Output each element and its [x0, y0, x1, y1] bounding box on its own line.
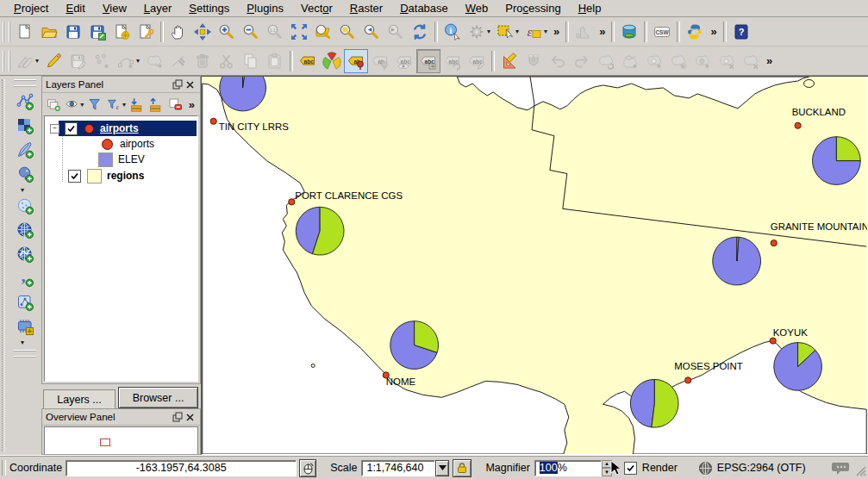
- toolbar-overflow-button[interactable]: »: [185, 98, 198, 111]
- menu-processing[interactable]: Processing: [496, 1, 569, 16]
- open-project-button[interactable]: [37, 20, 61, 44]
- pan-to-selection-button[interactable]: [190, 20, 215, 44]
- message-log-icon[interactable]: [832, 461, 850, 475]
- add-group-button[interactable]: [44, 95, 63, 115]
- menu-edit[interactable]: Edit: [57, 1, 93, 16]
- toggle-editing-button[interactable]: [41, 49, 66, 73]
- menu-project[interactable]: Project: [5, 1, 57, 16]
- scale-dropdown-button[interactable]: [435, 460, 449, 476]
- layer-tree[interactable]: − airports airports ELEV regions: [44, 115, 198, 382]
- new-memory-layer-button[interactable]: [12, 314, 38, 339]
- toolbar-handle[interactable]: [14, 79, 36, 87]
- crs-status[interactable]: EPSG:2964 (OTF): [717, 462, 806, 474]
- tab-browser[interactable]: Browser ...: [118, 387, 198, 408]
- pin-unpin-labels-button[interactable]: ab: [344, 49, 368, 73]
- filter-legend-button[interactable]: [86, 95, 105, 115]
- zoom-to-layer-button[interactable]: [311, 20, 335, 44]
- coordinate-input[interactable]: -163.1957,64.3085: [66, 460, 297, 476]
- lock-scale-button[interactable]: [453, 459, 471, 477]
- zoom-out-button[interactable]: [239, 20, 263, 44]
- toggle-extents-mouse-position-button[interactable]: [299, 459, 316, 477]
- help-contents-button[interactable]: ?: [729, 20, 753, 44]
- crs-globe-icon[interactable]: [698, 461, 713, 476]
- layer-row-regions[interactable]: regions: [45, 168, 197, 184]
- overview-map[interactable]: [44, 426, 198, 454]
- add-delimited-text-layer-button[interactable]: ,: [12, 266, 38, 290]
- menu-help[interactable]: Help: [570, 1, 610, 16]
- new-memory-layer-dropdown-icon[interactable]: ▾: [21, 339, 27, 346]
- layer-visibility-checkbox[interactable]: [65, 122, 78, 135]
- toolbar-overflow-button[interactable]: »: [707, 25, 720, 38]
- toolbar-overflow-button[interactable]: »: [596, 25, 609, 38]
- zoom-last-button[interactable]: [359, 20, 384, 44]
- float-panel-icon[interactable]: [171, 78, 184, 90]
- remove-layer-button[interactable]: [166, 95, 185, 115]
- toolbar-handle[interactable]: [3, 22, 10, 42]
- metasearch-csw-button[interactable]: CSW: [650, 20, 674, 44]
- resize-grip[interactable]: [855, 465, 867, 477]
- zoom-full-button[interactable]: [287, 20, 311, 44]
- new-print-composer-button[interactable]: [109, 20, 134, 44]
- manage-layer-visibility-button[interactable]: [63, 95, 82, 115]
- layer-diagram-options-button[interactable]: [320, 49, 344, 73]
- layer-row-airports[interactable]: − airports: [45, 121, 197, 136]
- magnifier-spinbox[interactable]: 100 %: [534, 460, 602, 476]
- overview-extent-rectangle[interactable]: [100, 439, 110, 446]
- save-project-button[interactable]: [61, 20, 85, 44]
- node-tool-button: [166, 49, 190, 73]
- add-mssql-layer-button[interactable]: [12, 194, 38, 218]
- python-console-button[interactable]: [683, 20, 707, 44]
- new-project-button[interactable]: [13, 20, 37, 44]
- toolbar-handle[interactable]: [14, 350, 36, 358]
- menu-view[interactable]: View: [94, 1, 135, 16]
- collapse-all-button[interactable]: [147, 95, 166, 115]
- menu-settings[interactable]: Settings: [180, 1, 238, 16]
- menu-plugins[interactable]: Plugins: [238, 1, 292, 16]
- composer-manager-button[interactable]: [134, 20, 158, 44]
- close-panel-icon[interactable]: [184, 411, 197, 423]
- save-project-as-button[interactable]: [85, 20, 109, 44]
- menu-web[interactable]: Web: [457, 1, 497, 16]
- add-wfs-layer-button[interactable]: [12, 242, 38, 266]
- toolbar-overflow-button[interactable]: »: [550, 25, 563, 38]
- legend-row-airports-symbol[interactable]: airports: [45, 136, 197, 152]
- map-canvas[interactable]: TIN CITY LRRSPORT CLARENCE CGSBUCKLANDGR…: [201, 76, 868, 455]
- menu-vector[interactable]: Vector: [292, 1, 341, 16]
- zoom-to-selection-button[interactable]: [335, 20, 359, 44]
- refresh-map-button[interactable]: [408, 20, 432, 44]
- identify-features-button[interactable]: i: [440, 20, 465, 44]
- collapse-expander-icon[interactable]: −: [50, 124, 59, 134]
- scale-combobox[interactable]: 1:1,746,640: [361, 460, 435, 476]
- add-postgis-layer-dropdown-icon[interactable]: ▾: [21, 186, 27, 194]
- zoom-in-button[interactable]: [215, 20, 239, 44]
- close-panel-icon[interactable]: [184, 78, 197, 90]
- select-features-button[interactable]: [493, 20, 517, 44]
- select-by-expression-button[interactable]: ε: [521, 20, 546, 44]
- legend-row-elev[interactable]: ELEV: [45, 152, 197, 167]
- add-virtual-layer-button[interactable]: [12, 290, 38, 314]
- add-wms-layer-button[interactable]: [12, 218, 38, 242]
- menu-layer[interactable]: Layer: [135, 1, 181, 16]
- add-vector-layer-button[interactable]: [12, 90, 38, 114]
- move-label-button[interactable]: abc: [416, 49, 440, 73]
- layer-label-regions[interactable]: regions: [107, 170, 144, 182]
- expand-all-button[interactable]: [128, 95, 147, 115]
- float-panel-icon[interactable]: [171, 411, 184, 423]
- add-raster-layer-button[interactable]: [12, 114, 38, 138]
- menu-database[interactable]: Database: [391, 1, 457, 16]
- add-postgis-layer-button[interactable]: [12, 162, 38, 186]
- db-manager-button[interactable]: [617, 20, 641, 44]
- menu-raster[interactable]: Raster: [341, 1, 391, 16]
- pan-map-button[interactable]: [166, 20, 190, 44]
- render-checkbox[interactable]: [624, 462, 637, 475]
- layer-labeling-options-button[interactable]: abc: [296, 49, 320, 73]
- layer-visibility-checkbox[interactable]: [68, 170, 81, 183]
- toolbar-handle[interactable]: [3, 51, 10, 72]
- layer-label-airports[interactable]: airports: [100, 122, 139, 134]
- toolbar-overflow-button[interactable]: »: [763, 54, 776, 67]
- add-spatialite-layer-button[interactable]: [12, 138, 38, 162]
- tab-layers[interactable]: Layers ...: [43, 389, 116, 408]
- advanced-digitizing-tools-button[interactable]: [497, 49, 521, 73]
- layers-panel: Layers Panel ▾ε▾» − airports air: [41, 76, 201, 384]
- filter-by-expression-button[interactable]: ε: [105, 95, 124, 115]
